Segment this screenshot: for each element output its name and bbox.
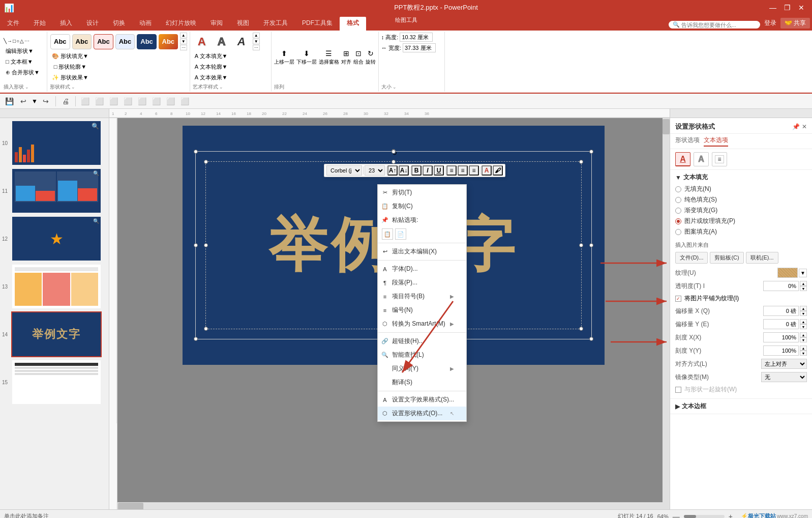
handle-tl[interactable]: [204, 160, 208, 164]
slide-frame-14-active[interactable]: 举例文字: [11, 311, 102, 357]
tile-checkbox[interactable]: [675, 296, 681, 302]
tab-start[interactable]: 开始: [26, 17, 53, 31]
outer-handle-tl[interactable]: [194, 150, 198, 154]
shape-style-6[interactable]: Abc: [159, 34, 178, 49]
tile-checkbox-row[interactable]: 将图片平铺为纹理(I): [675, 293, 807, 304]
zoom-icon-11[interactable]: 🔍: [93, 170, 99, 176]
art-text-2[interactable]: A: [213, 35, 231, 49]
slide-thumb-13[interactable]: 13: [11, 264, 107, 309]
ctx-smart-search[interactable]: 🔍 智能查找(L): [378, 348, 466, 362]
group-icon[interactable]: ⊡: [355, 49, 362, 57]
ft-underline[interactable]: U: [434, 165, 444, 176]
ribbon-search-bar[interactable]: 🔍: [669, 21, 760, 28]
slide-thumb-10[interactable]: 10 🔍: [11, 120, 107, 166]
shape-styles-down[interactable]: ▼: [180, 39, 187, 44]
edit-shape-btn[interactable]: 编辑形状▼: [4, 46, 36, 56]
close-button[interactable]: ✕: [795, 2, 808, 13]
scale-y-up[interactable]: ▲: [800, 346, 807, 351]
size-expand[interactable]: ⌄: [392, 84, 397, 90]
ft-increase-size[interactable]: A↑: [387, 165, 398, 176]
pattern-fill-option[interactable]: 图案填充(A): [675, 226, 807, 237]
mirror-select[interactable]: 无 水平翻转: [761, 372, 807, 382]
ctx-copy[interactable]: 📋 复制(C): [378, 199, 466, 213]
shape-styles-more[interactable]: ⋯: [180, 45, 187, 50]
group-btn[interactable]: 组合: [353, 59, 364, 66]
transparency-up[interactable]: ▲: [800, 281, 807, 286]
handle-mr[interactable]: [579, 243, 583, 247]
ft-align-center[interactable]: ≡: [458, 165, 468, 176]
tab-pdf[interactable]: PDF工具集: [295, 17, 340, 31]
text-fill-section-title[interactable]: ▼ 文本填充: [675, 173, 807, 182]
align-select[interactable]: 左上对齐 居中对齐: [761, 359, 807, 369]
tb-btn-3[interactable]: ⬜: [94, 95, 106, 107]
move-down-btn[interactable]: 下移一层: [296, 59, 317, 66]
zoom-out-btn[interactable]: —: [673, 512, 680, 519]
tab-shape-options[interactable]: 形状选项: [675, 136, 700, 147]
ft-bold[interactable]: B: [411, 165, 422, 176]
zoom-in-btn[interactable]: +: [729, 512, 733, 519]
tab-animation[interactable]: 动画: [132, 17, 159, 31]
rotate-icon[interactable]: ↻: [368, 49, 374, 57]
shape-rect-icon[interactable]: □: [13, 38, 16, 44]
align-btn[interactable]: 对齐: [341, 59, 351, 66]
ft-decrease-size[interactable]: A↓: [399, 165, 409, 176]
tab-view[interactable]: 视图: [230, 17, 256, 31]
picture-fill-option[interactable]: 图片或纹理填充(P): [675, 216, 807, 226]
font-size-select[interactable]: 239: [365, 165, 385, 176]
offset-y-down[interactable]: ▼: [800, 324, 807, 329]
zoom-slider[interactable]: [684, 515, 725, 518]
height-input[interactable]: [400, 33, 433, 42]
shape-style-2[interactable]: Abc: [72, 34, 92, 49]
restore-button[interactable]: ❐: [780, 2, 794, 13]
zoom-icon-10[interactable]: 🔍: [92, 123, 99, 130]
print-preview-btn[interactable]: 🖨: [59, 95, 72, 107]
shape-style-5[interactable]: Abc: [137, 34, 157, 49]
outer-handle-tr[interactable]: [589, 150, 593, 154]
tab-developer[interactable]: 开发工具: [256, 17, 295, 31]
no-fill-option[interactable]: 无填充(N): [675, 184, 807, 194]
undo-btn[interactable]: ↩: [17, 95, 29, 107]
ctx-paragraph[interactable]: ¶ 段落(P)...: [378, 276, 466, 290]
shape-style-3[interactable]: Abc: [94, 34, 113, 49]
notes-area[interactable]: 单击此处添加备注: [4, 512, 618, 518]
ctx-translate[interactable]: 翻译(S): [378, 376, 466, 389]
ft-font-color[interactable]: A: [482, 165, 492, 176]
align-icon[interactable]: ⊞: [343, 49, 349, 57]
picture-fill-radio[interactable]: [675, 218, 681, 224]
shape-arrow-icon[interactable]: →: [7, 38, 12, 44]
texture-picker[interactable]: [777, 268, 798, 278]
scrollbar-h[interactable]: [117, 502, 663, 509]
ft-align-left[interactable]: ≡: [446, 165, 457, 176]
outer-handle-br[interactable]: [589, 337, 593, 341]
share-button[interactable]: 🤝 共享: [780, 18, 810, 28]
ctx-synonym[interactable]: 同义词(Y) ▶: [378, 362, 466, 376]
rotate-btn[interactable]: 旋转: [366, 59, 376, 66]
minimize-button[interactable]: —: [766, 2, 779, 13]
font-family-select[interactable]: Corbel (j: [326, 165, 362, 176]
offset-y-input[interactable]: [763, 319, 799, 329]
slide-frame-12[interactable]: ★ 🔍: [11, 216, 102, 262]
login-button[interactable]: 登录: [764, 19, 776, 27]
handle-tr[interactable]: [579, 160, 583, 164]
art-text-3[interactable]: A: [232, 35, 251, 49]
art-text-expand[interactable]: ⌄: [219, 84, 224, 90]
online-btn[interactable]: 联机(E)...: [746, 252, 778, 264]
ft-highlight[interactable]: 🖌: [493, 165, 503, 176]
offset-x-down[interactable]: ▼: [800, 311, 807, 316]
ctx-numbering[interactable]: ≡ 编号(N): [378, 303, 466, 317]
tab-transition[interactable]: 切换: [106, 17, 132, 31]
merge-shapes-btn[interactable]: ⊕ 合并形状▼: [4, 68, 42, 77]
shape-effect-btn[interactable]: ✨ 形状效果▼: [50, 73, 91, 82]
tb-btn-6[interactable]: ⬜: [136, 95, 148, 107]
slide-thumb-15[interactable]: 15: [11, 359, 107, 405]
scale-x-down[interactable]: ▼: [800, 337, 807, 342]
art-styles-up[interactable]: ▲: [253, 33, 260, 38]
zoom-icon-12[interactable]: 🔍: [93, 218, 99, 224]
shape-tri-icon[interactable]: △: [20, 38, 24, 44]
offset-x-input[interactable]: [763, 306, 799, 316]
selection-pane-btn[interactable]: 选择窗格: [319, 59, 339, 66]
tb-btn-7[interactable]: ⬜: [151, 95, 163, 107]
ctx-font[interactable]: A 字体(D)...: [378, 262, 466, 276]
tab-design[interactable]: 设计: [79, 17, 106, 31]
handle-tm[interactable]: [392, 160, 396, 164]
